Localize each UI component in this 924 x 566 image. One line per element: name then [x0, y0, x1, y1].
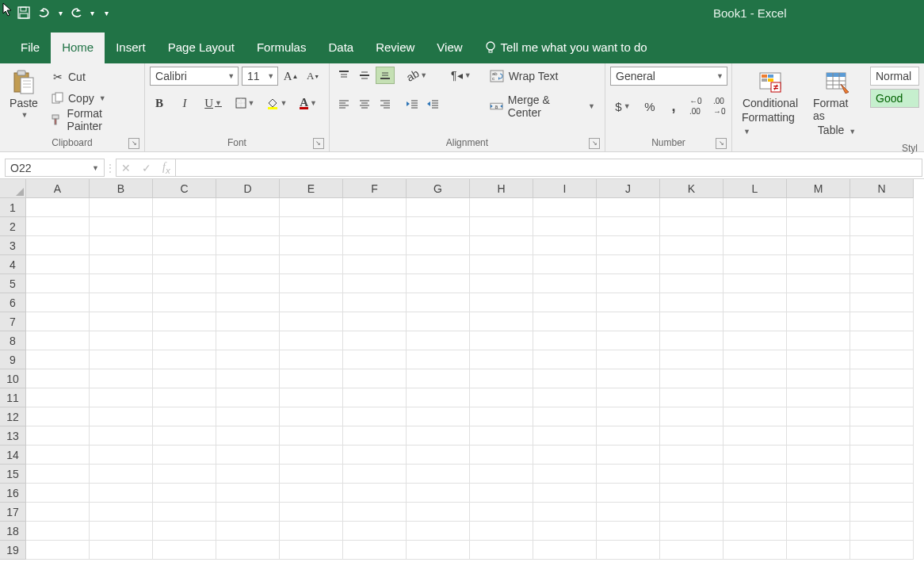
cell[interactable] [280, 369, 343, 388]
cell[interactable] [724, 522, 787, 541]
cell[interactable] [470, 198, 533, 217]
cell[interactable] [597, 293, 660, 312]
align-middle-button[interactable] [355, 67, 374, 84]
cell[interactable] [216, 350, 280, 369]
cell[interactable] [280, 217, 343, 236]
cell[interactable] [26, 236, 90, 255]
cell[interactable] [407, 369, 470, 388]
cell[interactable] [660, 426, 724, 446]
cell[interactable] [280, 484, 343, 503]
cell[interactable] [216, 388, 280, 407]
cell[interactable] [597, 503, 660, 522]
cell[interactable] [470, 541, 533, 560]
cell[interactable] [470, 293, 533, 312]
tell-me-search[interactable]: Tell me what you want to do [474, 33, 659, 63]
cell[interactable] [470, 350, 533, 369]
row-header[interactable]: 6 [0, 293, 26, 312]
cell[interactable] [787, 426, 850, 446]
cell[interactable] [470, 446, 533, 465]
cell[interactable] [597, 465, 660, 484]
cell[interactable] [216, 503, 280, 522]
cell[interactable] [407, 388, 470, 407]
cell[interactable] [26, 407, 90, 426]
cell[interactable] [533, 350, 597, 369]
cell[interactable] [533, 407, 597, 426]
cell[interactable] [724, 503, 787, 522]
cell[interactable] [216, 484, 280, 503]
increase-decimal-button[interactable]: ←0.00 [688, 97, 707, 116]
accounting-format-button[interactable]: $▼ [610, 97, 636, 116]
format-painter-button[interactable]: Format Painter [46, 109, 139, 130]
cell[interactable] [280, 503, 343, 522]
cell[interactable] [153, 503, 216, 522]
cell[interactable] [850, 198, 914, 217]
cell[interactable] [724, 236, 787, 255]
row-header[interactable]: 3 [0, 236, 26, 255]
cell[interactable] [470, 426, 533, 446]
increase-indent-button[interactable] [423, 95, 442, 113]
save-button[interactable] [14, 3, 33, 22]
cell[interactable] [850, 293, 914, 312]
cell[interactable] [787, 217, 850, 236]
cell[interactable] [280, 255, 343, 274]
cell[interactable] [216, 312, 280, 331]
cell[interactable] [343, 312, 407, 331]
align-left-button[interactable] [334, 95, 353, 113]
formula-bar-resize-icon[interactable]: ⋮ [105, 157, 116, 178]
font-name-combo[interactable]: Calibri ▼ [150, 67, 239, 86]
cell[interactable] [850, 331, 914, 350]
row-header[interactable]: 1 [0, 198, 26, 217]
cell[interactable] [470, 407, 533, 426]
cell[interactable] [787, 331, 850, 350]
cell[interactable] [533, 446, 597, 465]
decrease-decimal-button[interactable]: .00→0 [712, 97, 731, 116]
cell[interactable] [724, 293, 787, 312]
cell[interactable] [153, 465, 216, 484]
tab-review[interactable]: Review [365, 33, 426, 63]
cell[interactable] [343, 350, 407, 369]
conditional-formatting-button[interactable]: ≠ Conditional Formatting ▼ [737, 67, 804, 140]
cell[interactable] [533, 541, 597, 560]
italic-button[interactable]: I [175, 94, 194, 113]
fill-color-button[interactable]: ▼ [264, 94, 289, 113]
cell[interactable] [850, 388, 914, 407]
cell[interactable] [153, 388, 216, 407]
cell[interactable] [90, 465, 153, 484]
cell[interactable] [407, 446, 470, 465]
cell[interactable] [470, 484, 533, 503]
cell[interactable] [280, 541, 343, 560]
cell[interactable] [343, 465, 407, 484]
cell[interactable] [90, 293, 153, 312]
cell[interactable] [153, 484, 216, 503]
cell[interactable] [597, 369, 660, 388]
cell[interactable] [343, 522, 407, 541]
row-header[interactable]: 12 [0, 407, 26, 426]
cell[interactable] [216, 522, 280, 541]
cell[interactable] [26, 503, 90, 522]
cell[interactable] [724, 350, 787, 369]
row-header[interactable]: 11 [0, 388, 26, 407]
decrease-font-button[interactable]: A▼ [304, 67, 323, 86]
cell[interactable] [90, 522, 153, 541]
font-size-combo[interactable]: 11 ▼ [242, 67, 278, 86]
cell[interactable] [850, 465, 914, 484]
cell[interactable] [153, 350, 216, 369]
cell[interactable] [216, 217, 280, 236]
column-header[interactable]: D [216, 179, 280, 198]
cell[interactable] [343, 369, 407, 388]
insert-function-button[interactable]: fx [162, 161, 170, 175]
merge-center-button[interactable]: a Merge & Center ▼ [485, 97, 600, 116]
column-header[interactable]: C [153, 179, 216, 198]
cell[interactable] [660, 274, 724, 293]
tab-data[interactable]: Data [317, 33, 365, 63]
cell[interactable] [153, 312, 216, 331]
bold-button[interactable]: B [150, 94, 169, 113]
cell[interactable] [407, 484, 470, 503]
cell[interactable] [216, 541, 280, 560]
cell[interactable] [533, 255, 597, 274]
cell[interactable] [850, 484, 914, 503]
cell[interactable] [597, 541, 660, 560]
format-as-table-button[interactable]: Format as Table ▼ [808, 67, 865, 140]
cell[interactable] [597, 407, 660, 426]
cell[interactable] [216, 407, 280, 426]
